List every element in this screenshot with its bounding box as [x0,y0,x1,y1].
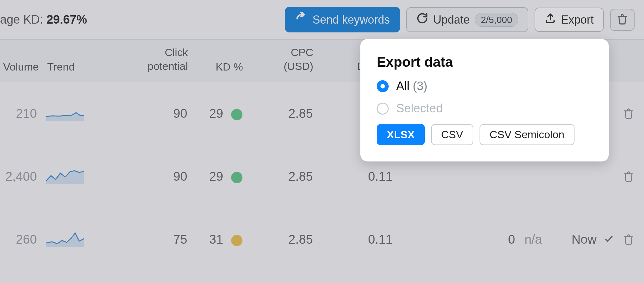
col-volume[interactable]: Volume [0,61,38,73]
cell-cpc: 2.85 [242,232,313,246]
col-cpc[interactable]: CPC (USD) [243,45,314,73]
cell-volume: 2,400 [0,169,37,184]
cell-cpc: 2.85 [242,106,313,121]
update-label: Update [433,13,470,26]
kd-difficulty-dot [231,235,242,246]
cell-now: Now [552,232,613,246]
export-scope-all[interactable]: All (3) [377,79,592,93]
export-format-csv[interactable]: CSV [431,124,473,145]
update-button[interactable]: Update 2/5,000 [406,7,528,32]
delete-all-button[interactable] [610,9,635,31]
arrow-right-icon [295,12,308,27]
cell-click-potential: 90 [102,169,187,184]
send-keywords-button[interactable]: Send keywords [285,7,400,32]
refresh-icon [416,12,428,27]
export-scope-selected-label: Selected [396,102,443,115]
col-kd[interactable]: KD % [188,61,243,73]
row-delete-button[interactable] [613,108,644,119]
cell-kd: 31 [187,232,242,246]
cell-trend [37,229,101,250]
average-kd-label: age KD: 29.67% [0,13,87,26]
cell-kd: 29 [187,169,242,184]
export-format-xlsx[interactable]: XLSX [377,124,425,145]
export-format-row: XLSX CSV CSV Semicolon [377,124,592,145]
check-icon [604,232,613,246]
cell-na: n/a [515,232,552,246]
kd-value: 29.67% [47,13,87,26]
table-row: 2607531 2.850.110n/aNow [0,208,644,271]
cell-density: 0.11 [313,232,392,246]
cell-trend [37,166,101,187]
send-keywords-label: Send keywords [313,13,390,26]
export-label: Export [561,13,594,26]
upload-icon [545,13,556,27]
radio-checked-icon [377,80,389,92]
export-scope-all-label: All (3) [396,79,427,93]
kd-difficulty-dot [231,109,242,120]
trash-icon [617,14,628,26]
cell-kd: 29 [187,106,242,121]
cell-click-potential: 75 [102,232,187,246]
export-format-csv-semicolon[interactable]: CSV Semicolon [480,124,575,145]
row-delete-button[interactable] [613,234,644,245]
kd-prefix: age KD: [0,13,47,26]
cell-extra-number: 0 [478,232,515,246]
cell-volume: 210 [0,106,37,121]
cell-click-potential: 90 [102,106,187,121]
row-delete-button[interactable] [613,171,644,182]
export-scope-selected: Selected [377,102,592,115]
col-trend[interactable]: Trend [38,61,102,73]
export-popover: Export data All (3) Selected XLSX CSV CS… [360,39,609,161]
radio-unchecked-icon [377,103,389,115]
cell-cpc: 2.85 [242,169,313,184]
col-click-potential[interactable]: Click potential [102,45,188,73]
export-button[interactable]: Export [535,8,604,32]
cell-trend [37,103,101,124]
toolbar: age KD: 29.67% Send keywords Update 2/5,… [0,0,644,39]
cell-volume: 260 [0,232,37,246]
export-popover-title: Export data [377,54,592,70]
cell-density: 0.11 [313,169,392,184]
kd-difficulty-dot [231,172,242,183]
update-count-pill: 2/5,000 [475,13,518,27]
